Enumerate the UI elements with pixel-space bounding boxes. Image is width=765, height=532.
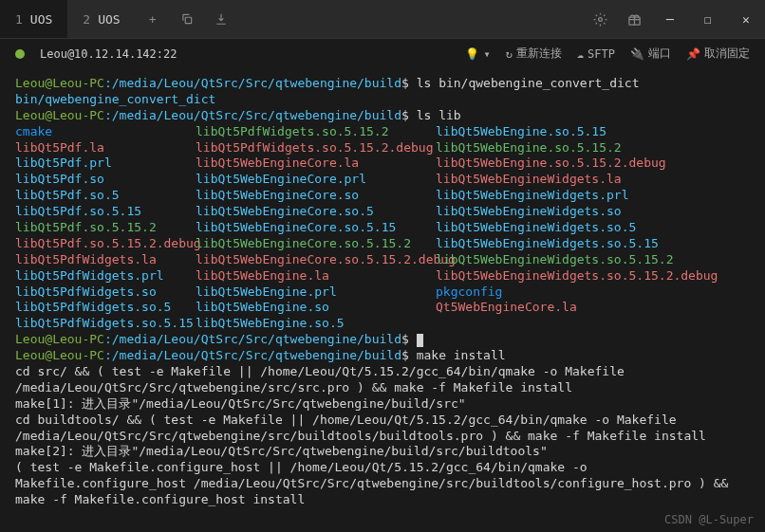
connection-status-icon (15, 49, 25, 59)
file-entry: libQt5PdfWidgets.so.5.15.2 (196, 124, 436, 140)
file-entry: libQt5WebEngineCore.la (196, 156, 436, 172)
command: make install (417, 348, 506, 362)
file-entry: pkgconfig (436, 284, 718, 301)
statusbar: Leou@10.12.14.142:22 💡 ▾ ↻ 重新连接 ☁ SFTP 🔌… (0, 38, 765, 68)
file-entry: libQt5WebEngineWidgets.so.5.15.2 (436, 252, 718, 268)
svg-rect-0 (185, 17, 191, 23)
cursor (417, 334, 423, 347)
connection-label: Leou@10.12.14.142:22 (40, 47, 177, 61)
file-entry: libQt5WebEngineCore.so.5 (196, 204, 436, 220)
output-line: bin/qwebengine_convert_dict (15, 92, 750, 108)
ls-listing: cmakelibQt5Pdf.lalibQt5Pdf.prllibQt5Pdf.… (15, 124, 750, 333)
file-entry: libQt5Pdf.so (15, 172, 196, 188)
prompt-user: Leou@Leou-PC (15, 76, 104, 90)
download-button[interactable] (204, 2, 238, 36)
file-entry: libQt5PdfWidgets.so.5.15 (15, 316, 196, 332)
file-entry: libQt5WebEngineWidgets.la (436, 172, 718, 188)
watermark: CSDN @L-Super (664, 513, 754, 526)
file-entry: libQt5WebEngineWidgets.so (436, 204, 718, 220)
output-line: cd src/ && ( test -e Makefile || /home/L… (15, 364, 750, 396)
reconnect-button[interactable]: ↻ 重新连接 (506, 46, 562, 62)
file-entry: libQt5WebEngine.so.5 (196, 316, 436, 332)
file-entry: libQt5WebEngineCore.so.5.15 (196, 220, 436, 236)
file-entry: libQt5WebEngine.so.5.15.2.debug (436, 156, 718, 172)
terminal-output[interactable]: Leou@Leou-PC:/media/Leou/QtSrc/Src/qtweb… (0, 68, 765, 508)
minimize-button[interactable]: ─ (651, 2, 689, 36)
output-line: ( test -e Makefile.configure_host || /ho… (15, 460, 750, 508)
file-entry: Qt5WebEngineCore.la (436, 300, 718, 316)
svg-point-1 (598, 17, 602, 21)
gift-button[interactable] (617, 2, 651, 36)
file-entry: libQt5PdfWidgets.so.5.15.2.debug (196, 140, 436, 156)
file-entry: libQt5WebEngineWidgets.prl (436, 188, 718, 204)
tab-label: UOS (30, 12, 52, 27)
file-entry: libQt5PdfWidgets.prl (15, 268, 196, 284)
file-entry: libQt5WebEngineWidgets.so.5.15 (436, 236, 718, 252)
file-entry: libQt5WebEngine.prl (196, 284, 436, 301)
copy-button[interactable] (170, 2, 204, 36)
file-entry: libQt5WebEngineCore.so.5.15.2 (196, 236, 436, 252)
file-entry: libQt5Pdf.so.5.15.2 (15, 220, 196, 236)
file-entry: libQt5WebEngine.so.5.15 (436, 124, 718, 140)
tab-2[interactable]: 2 UOS (67, 0, 135, 38)
output-line: make[2]: 进入目录"/media/Leou/QtSrc/Src/qtwe… (15, 444, 750, 460)
sftp-button[interactable]: ☁ SFTP (577, 47, 615, 61)
file-entry: libQt5WebEngine.so.5.15.2 (436, 140, 718, 156)
output-line: make[1]: 进入目录"/media/Leou/QtSrc/Src/qtwe… (15, 396, 750, 413)
command: ls lib (417, 108, 461, 122)
file-entry: libQt5Pdf.prl (15, 156, 196, 172)
prompt-path: /media/Leou/QtSrc/Src/qtwebengine/build (112, 76, 401, 90)
file-entry: libQt5WebEngineCore.prl (196, 172, 436, 188)
prompt-dollar: $ (401, 76, 409, 90)
hint-button[interactable]: 💡 ▾ (465, 47, 490, 61)
unpin-button[interactable]: 📌 取消固定 (686, 46, 750, 62)
file-entry: libQt5Pdf.so.5.15 (15, 204, 196, 220)
close-button[interactable]: ✕ (727, 2, 765, 36)
output-line: cd buildtools/ && ( test -e Makefile || … (15, 413, 750, 445)
maximize-button[interactable]: ☐ (689, 2, 727, 36)
file-entry: libQt5PdfWidgets.la (15, 252, 196, 268)
file-entry: libQt5WebEngine.so (196, 300, 436, 316)
port-button[interactable]: 🔌 端口 (630, 46, 671, 62)
file-entry: libQt5WebEngineCore.so.5.15.2.debug (196, 252, 436, 268)
file-entry: libQt5Pdf.la (15, 140, 196, 156)
file-entry: libQt5PdfWidgets.so (15, 284, 196, 301)
file-entry: libQt5Pdf.so.5.15.2.debug (15, 236, 196, 252)
tab-num: 2 (83, 12, 90, 27)
file-entry: libQt5Pdf.so.5 (15, 188, 196, 204)
file-entry: cmake (15, 124, 196, 140)
file-entry: libQt5WebEngineWidgets.so.5 (436, 220, 718, 236)
add-tab-button[interactable]: + (136, 2, 170, 36)
command: ls bin/qwebengine_convert_dict (417, 76, 640, 90)
tab-1[interactable]: 1 UOS (0, 0, 67, 38)
file-entry: libQt5PdfWidgets.so.5 (15, 300, 196, 316)
tab-num: 1 (15, 12, 23, 27)
titlebar: 1 UOS 2 UOS + ─ ☐ ✕ (0, 0, 765, 38)
file-entry: libQt5WebEngine.la (196, 268, 436, 284)
file-entry: libQt5WebEngineWidgets.so.5.15.2.debug (436, 268, 718, 284)
tab-label: UOS (98, 12, 120, 27)
settings-button[interactable] (583, 2, 617, 36)
file-entry: libQt5WebEngineCore.so (196, 188, 436, 204)
